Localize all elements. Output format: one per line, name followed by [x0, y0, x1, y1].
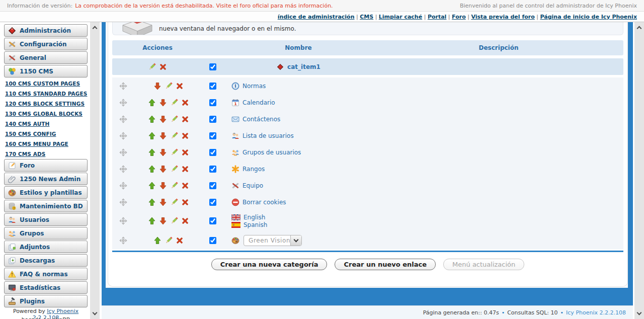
- sidebar-item-configuraci-n[interactable]: Configuración: [4, 38, 88, 50]
- sidebar-item-usuarios[interactable]: Usuarios: [4, 213, 88, 226]
- sidebar-item-1250-news-admin[interactable]: 1250 News Admin: [4, 173, 88, 185]
- sidebar-item-estad-sticas[interactable]: Estadísticas: [4, 281, 88, 294]
- up-arrow-icon[interactable]: [148, 148, 156, 156]
- edit-pencil-icon[interactable]: [170, 198, 178, 206]
- header-link[interactable]: Portal: [428, 14, 447, 20]
- up-arrow-icon[interactable]: [148, 132, 156, 140]
- move-icon[interactable]: [119, 82, 127, 90]
- row-checkbox[interactable]: [209, 217, 216, 224]
- sidebar-sublink[interactable]: 100 CMS CUSTOM PAGES: [5, 81, 80, 87]
- header-link[interactable]: Página de inicio de Icy Phoenix: [540, 14, 637, 20]
- item-name-link[interactable]: Rangos: [243, 166, 265, 173]
- item-name-link[interactable]: Borrar cookies: [243, 199, 286, 206]
- scroll-up-icon[interactable]: [637, 26, 642, 31]
- up-arrow-icon[interactable]: [153, 236, 162, 245]
- sidebar-item-descargas[interactable]: Descargas: [4, 254, 88, 267]
- edit-pencil-icon[interactable]: [170, 148, 178, 156]
- sidebar-item-estilos-y-plantillas[interactable]: Estilos y plantillas: [4, 186, 88, 199]
- edit-pencil-icon[interactable]: [170, 165, 178, 173]
- item-name-link[interactable]: Grupos de usuarios: [243, 149, 301, 156]
- edit-pencil-icon[interactable]: [165, 236, 173, 245]
- sidebar-item-adjuntos[interactable]: Adjuntos: [4, 241, 88, 253]
- down-arrow-icon[interactable]: [159, 198, 167, 206]
- down-arrow-icon[interactable]: [159, 182, 167, 190]
- row-checkbox[interactable]: [209, 199, 216, 206]
- move-icon[interactable]: [119, 132, 127, 140]
- sidebar-item-plugins[interactable]: Plugins: [4, 295, 88, 307]
- sidebar-sublink[interactable]: 120 CMS BLOCK SETTINGS: [5, 101, 85, 107]
- item-name-link[interactable]: Normas: [243, 83, 266, 90]
- item-name-link[interactable]: Spanish: [244, 221, 267, 228]
- button-crear-un-nuevo-enlace[interactable]: Crear un nuevo enlace: [335, 259, 436, 270]
- up-arrow-icon[interactable]: [148, 165, 156, 173]
- up-arrow-icon[interactable]: [148, 99, 156, 107]
- row-checkbox[interactable]: [209, 237, 216, 244]
- delete-x-icon[interactable]: [176, 82, 184, 90]
- scroll-up-icon[interactable]: [93, 26, 98, 31]
- sidebar-item-administraci-n[interactable]: Administración: [4, 24, 88, 37]
- sidebar-item-1150-cms[interactable]: 1150 CMS: [4, 65, 88, 77]
- sidebar-sublink[interactable]: 150 CMS CONFIG: [5, 131, 56, 137]
- delete-x-icon[interactable]: [181, 165, 189, 173]
- edit-pencil-icon[interactable]: [170, 132, 178, 140]
- sidebar-sublink[interactable]: 160 CMS MENU PAGE: [5, 141, 68, 147]
- move-icon[interactable]: [119, 148, 127, 156]
- delete-x-icon[interactable]: [181, 198, 189, 206]
- footer-brand-link[interactable]: Icy Phoenix 2.2.2.108: [566, 309, 626, 316]
- style-select[interactable]: Green Vision: [244, 235, 302, 246]
- item-name-link[interactable]: Equipo: [243, 182, 263, 189]
- item-name-link[interactable]: English: [244, 214, 265, 221]
- scroll-down-icon[interactable]: [637, 310, 642, 315]
- move-icon[interactable]: [119, 198, 127, 206]
- sidebar-item-foro[interactable]: Foro: [4, 159, 88, 172]
- delete-x-icon[interactable]: [181, 148, 189, 156]
- header-link[interactable]: CMS: [360, 14, 373, 20]
- delete-x-icon[interactable]: [159, 63, 167, 71]
- row-checkbox[interactable]: [209, 83, 216, 90]
- row-checkbox[interactable]: [209, 149, 216, 156]
- sidebar-sublink[interactable]: 170 CMS ADS: [5, 151, 45, 157]
- header-link[interactable]: Limpiar caché: [379, 14, 422, 20]
- row-checkbox[interactable]: [209, 99, 216, 106]
- button-crear-una-nueva-categor-a[interactable]: Crear una nueva categoría: [211, 259, 328, 270]
- move-icon[interactable]: [119, 182, 127, 190]
- edit-pencil-icon[interactable]: [170, 99, 178, 107]
- delete-x-icon[interactable]: [176, 236, 184, 245]
- up-arrow-icon[interactable]: [148, 217, 156, 225]
- main-scrollbar[interactable]: [634, 22, 644, 319]
- sidebar-scrollbar[interactable]: [90, 22, 100, 319]
- row-checkbox[interactable]: [209, 166, 216, 173]
- up-arrow-icon[interactable]: [148, 198, 156, 206]
- edit-pencil-icon[interactable]: [170, 217, 178, 225]
- up-arrow-icon[interactable]: [148, 115, 156, 123]
- down-arrow-icon[interactable]: [159, 165, 167, 173]
- down-arrow-icon[interactable]: [159, 115, 167, 123]
- item-name-link[interactable]: Lista de usuarios: [243, 132, 294, 139]
- up-arrow-icon[interactable]: [148, 182, 156, 190]
- header-link[interactable]: índice de administración: [278, 14, 355, 20]
- item-name-link[interactable]: Contáctenos: [243, 116, 280, 123]
- sidebar-sublink[interactable]: 140 CMS AUTH: [5, 121, 49, 127]
- down-arrow-icon[interactable]: [159, 99, 167, 107]
- delete-x-icon[interactable]: [181, 132, 189, 140]
- delete-x-icon[interactable]: [181, 99, 189, 107]
- edit-pencil-icon[interactable]: [170, 182, 178, 190]
- sidebar-item-mantenimiento-bd[interactable]: ?Mantenimiento BD: [4, 200, 88, 212]
- delete-x-icon[interactable]: [181, 217, 189, 225]
- down-arrow-icon[interactable]: [153, 82, 162, 90]
- edit-pencil-icon[interactable]: [148, 63, 156, 71]
- chevron-down-icon[interactable]: [290, 235, 301, 246]
- move-icon[interactable]: [119, 217, 127, 225]
- down-arrow-icon[interactable]: [159, 217, 167, 225]
- scroll-down-icon[interactable]: [93, 310, 98, 315]
- row-checkbox[interactable]: [209, 63, 216, 70]
- move-icon[interactable]: [119, 236, 127, 245]
- row-checkbox[interactable]: [209, 116, 216, 123]
- sidebar-sublink[interactable]: 110 CMS STANDARD PAGES: [5, 91, 87, 97]
- edit-pencil-icon[interactable]: [170, 115, 178, 123]
- move-icon[interactable]: [119, 99, 127, 107]
- item-name-link[interactable]: cat_item1: [287, 63, 320, 70]
- move-icon[interactable]: [119, 165, 127, 173]
- delete-x-icon[interactable]: [181, 182, 189, 190]
- item-name-link[interactable]: Calendario: [243, 99, 275, 106]
